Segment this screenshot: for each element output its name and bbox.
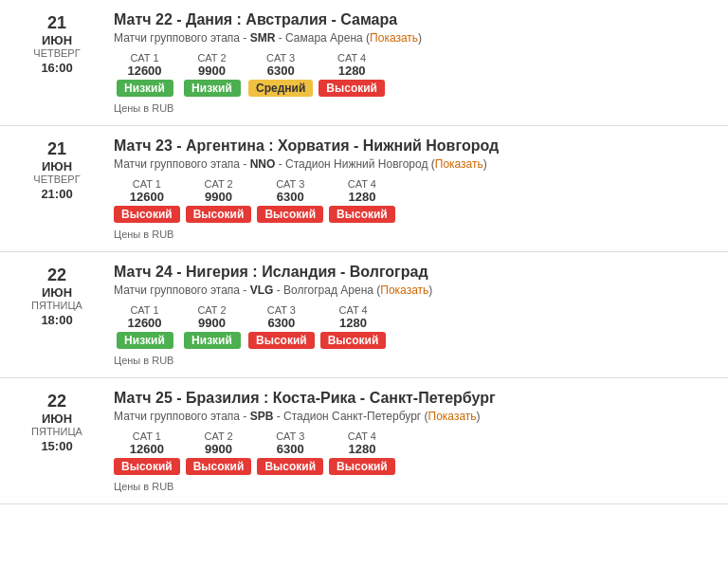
prices-label: Цены в RUB — [114, 481, 719, 492]
date-column: 22ИЮНПЯТНИЦА15:00 — [9, 390, 114, 453]
date-time: 15:00 — [9, 439, 104, 453]
category-item: CAT 112600Высокий — [114, 178, 180, 223]
match-subtitle: Матчи группового этапа - SMR - Самара Ар… — [114, 31, 719, 45]
date-day: 21 — [9, 13, 104, 33]
category-price: 9900 — [198, 64, 226, 78]
category-badge[interactable]: Высокий — [320, 332, 387, 349]
show-link[interactable]: Показать — [435, 157, 483, 171]
category-item: CAT 36300Высокий — [248, 304, 315, 349]
category-item: CAT 112600Низкий — [114, 52, 175, 97]
category-item: CAT 41280Высокий — [329, 178, 395, 223]
category-price: 1280 — [338, 64, 366, 78]
match-info: Матч 25 - Бразилия : Коста-Рика - Санкт-… — [114, 390, 719, 492]
category-item: CAT 36300Высокий — [257, 430, 323, 475]
category-badge[interactable]: Высокий — [186, 206, 252, 223]
category-item: CAT 112600Высокий — [114, 430, 180, 475]
category-label: CAT 3 — [276, 430, 304, 442]
date-month: ИЮН — [9, 412, 104, 426]
match-subtitle: Матчи группового этапа - SPB - Стадион С… — [114, 410, 719, 423]
category-label: CAT 2 — [197, 52, 226, 64]
category-badge[interactable]: Высокий — [114, 206, 180, 223]
category-badge[interactable]: Высокий — [114, 458, 180, 475]
match-title: Матч 22 - Дания : Австралия - Самара — [114, 11, 719, 28]
category-price: 9900 — [205, 442, 232, 456]
venue-code: SPB — [250, 410, 274, 423]
category-badge[interactable]: Высокий — [329, 206, 395, 223]
date-column: 21ИЮНЧЕТВЕРГ16:00 — [9, 11, 114, 75]
category-price: 6300 — [277, 190, 304, 204]
date-weekday: ПЯТНИЦА — [9, 426, 104, 437]
category-label: CAT 4 — [348, 178, 376, 190]
category-price: 6300 — [267, 64, 295, 78]
category-price: 9900 — [205, 190, 232, 204]
match-info: Матч 24 - Нигерия : Исландия - Волгоград… — [114, 264, 719, 366]
date-day: 22 — [9, 265, 104, 285]
category-badge[interactable]: Низкий — [184, 332, 241, 349]
categories-row: CAT 112600НизкийCAT 29900НизкийCAT 36300… — [114, 304, 719, 349]
category-label: CAT 3 — [276, 178, 304, 190]
venue-code: NNO — [250, 157, 276, 171]
category-price: 9900 — [198, 316, 226, 330]
category-item: CAT 36300Средний — [248, 52, 313, 97]
match-row: 21ИЮНЧЕТВЕРГ21:00Матч 23 - Аргентина : Х… — [0, 126, 728, 252]
category-badge[interactable]: Высокий — [248, 332, 315, 349]
categories-row: CAT 112600НизкийCAT 29900НизкийCAT 36300… — [114, 52, 719, 97]
prices-label: Цены в RUB — [114, 355, 719, 366]
prices-label: Цены в RUB — [114, 102, 719, 114]
date-day: 21 — [9, 139, 104, 159]
category-badge[interactable]: Высокий — [186, 458, 252, 475]
venue-code: SMR — [250, 31, 276, 45]
category-price: 1280 — [348, 442, 375, 456]
category-price: 12600 — [127, 316, 161, 330]
category-item: CAT 36300Высокий — [257, 178, 323, 223]
categories-container: CAT 112600ВысокийCAT 29900ВысокийCAT 363… — [114, 178, 719, 223]
match-row: 22ИЮНПЯТНИЦА15:00Матч 25 - Бразилия : Ко… — [0, 378, 728, 504]
date-weekday: ЧЕТВЕРГ — [9, 47, 104, 59]
date-day: 22 — [9, 392, 104, 412]
show-link[interactable]: Показать — [370, 31, 418, 45]
category-item: CAT 29900Низкий — [181, 52, 243, 97]
category-item: CAT 112600Низкий — [114, 304, 175, 349]
match-row: 21ИЮНЧЕТВЕРГ16:00Матч 22 - Дания : Австр… — [0, 0, 728, 126]
category-badge[interactable]: Низкий — [117, 332, 173, 349]
category-badge[interactable]: Низкий — [184, 80, 241, 97]
category-badge[interactable]: Высокий — [329, 458, 395, 475]
category-price: 12600 — [130, 442, 164, 456]
match-title: Матч 24 - Нигерия : Исландия - Волгоград — [114, 264, 719, 281]
category-price: 6300 — [277, 442, 304, 456]
category-item: CAT 41280Высокий — [329, 430, 395, 475]
date-column: 21ИЮНЧЕТВЕРГ21:00 — [9, 137, 114, 201]
date-weekday: ПЯТНИЦА — [9, 300, 104, 311]
show-link[interactable]: Показать — [380, 284, 428, 297]
categories-container: CAT 112600НизкийCAT 29900НизкийCAT 36300… — [114, 52, 719, 97]
category-item: CAT 29900Высокий — [186, 178, 252, 223]
prices-label: Цены в RUB — [114, 229, 719, 240]
category-label: CAT 3 — [266, 52, 295, 64]
category-label: CAT 1 — [130, 52, 158, 64]
match-title: Матч 25 - Бразилия : Коста-Рика - Санкт-… — [114, 390, 719, 407]
date-month: ИЮН — [9, 285, 104, 300]
category-label: CAT 2 — [204, 178, 232, 190]
category-label: CAT 4 — [338, 304, 367, 316]
category-price: 12600 — [130, 190, 164, 204]
date-column: 22ИЮНПЯТНИЦА18:00 — [9, 264, 114, 327]
category-badge[interactable]: Низкий — [117, 80, 173, 97]
match-subtitle: Матчи группового этапа - VLG - Волгоград… — [114, 284, 719, 297]
category-price: 1280 — [339, 316, 367, 330]
category-label: CAT 4 — [337, 52, 366, 64]
show-link[interactable]: Показать — [428, 410, 477, 423]
category-badge[interactable]: Высокий — [257, 206, 323, 223]
match-info: Матч 22 - Дания : Австралия - СамараМатч… — [114, 11, 719, 114]
venue-code: VLG — [250, 284, 274, 297]
category-item: CAT 29900Низкий — [181, 304, 243, 349]
category-price: 1280 — [348, 190, 375, 204]
category-item: CAT 29900Высокий — [186, 430, 252, 475]
category-badge[interactable]: Средний — [248, 80, 313, 97]
category-badge[interactable]: Высокий — [257, 458, 323, 475]
categories-container: CAT 112600НизкийCAT 29900НизкийCAT 36300… — [114, 304, 719, 349]
match-title: Матч 23 - Аргентина : Хорватия - Нижний … — [114, 137, 719, 155]
date-time: 16:00 — [9, 61, 104, 75]
categories-row: CAT 112600ВысокийCAT 29900ВысокийCAT 363… — [114, 178, 719, 223]
category-price: 12600 — [127, 64, 161, 78]
category-badge[interactable]: Высокий — [318, 80, 385, 97]
